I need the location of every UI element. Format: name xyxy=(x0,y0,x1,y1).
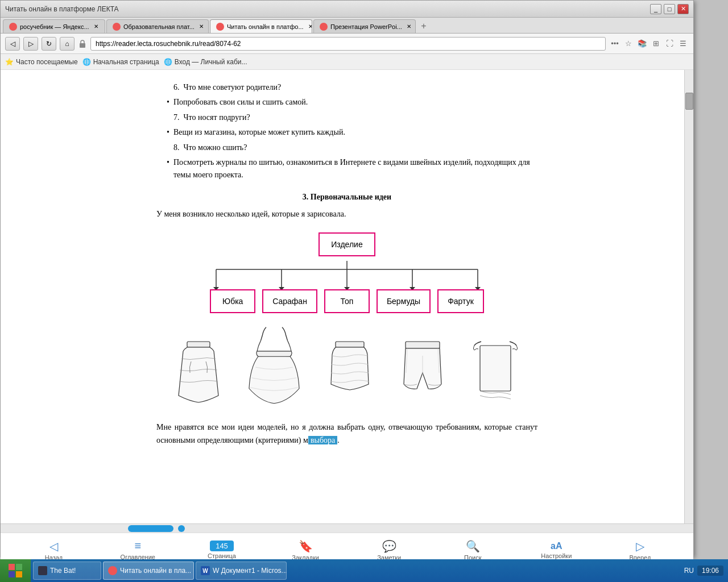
taskbar-word-label: W Документ1 - Micros... xyxy=(213,567,287,575)
notes-icon: 💬 xyxy=(382,539,396,553)
btn-forward[interactable]: ▷ Вперед xyxy=(623,539,657,561)
tab-3-close[interactable]: ✕ xyxy=(308,23,312,31)
tab-3-icon xyxy=(216,23,224,31)
list-num-7: 7. Что носят подруги? xyxy=(173,113,250,122)
section-intro: У меня возникло несколько идей, которые … xyxy=(156,208,537,221)
browser-titlebar: Читать онлайн в платформе ЛЕКТА _ □ ✕ xyxy=(1,1,693,18)
home-button[interactable]: ⌂ xyxy=(60,37,75,51)
btn-toc[interactable]: ≡ Оглавление xyxy=(121,539,155,560)
svg-rect-14 xyxy=(336,342,364,347)
screenshot-icon[interactable]: ⛶ xyxy=(664,38,675,49)
menu-icon[interactable]: ☰ xyxy=(677,38,689,49)
btn-settings-label: Настройки xyxy=(541,552,572,559)
bookmark-star-icon[interactable]: ☆ xyxy=(623,38,634,49)
diagram-child-4: Фартук xyxy=(437,289,484,313)
list-item-bullet-3: • Посмотреть журналы по шитью, ознакомит… xyxy=(156,156,537,182)
refresh-button[interactable]: ↻ xyxy=(42,37,56,51)
diagram-child-2: Топ xyxy=(324,289,370,313)
diagram-child-3-label: Бермуды xyxy=(387,297,420,306)
diagram-child-4-label: Фартук xyxy=(448,297,474,306)
diagram-child-2-label: Топ xyxy=(340,297,353,306)
btn-bookmarks[interactable]: 🔖 Закладки xyxy=(288,539,322,561)
btn-notes[interactable]: 💬 Заметки xyxy=(372,539,406,561)
hscroll-thumb[interactable] xyxy=(128,525,173,532)
diagram-child-1: Сарафан xyxy=(262,289,317,313)
svg-rect-17 xyxy=(480,346,511,391)
diagram-child-0: Юбка xyxy=(210,289,255,313)
maximize-button[interactable]: □ xyxy=(664,4,675,14)
tab-1[interactable]: росучебник — Яндекс... ✕ xyxy=(3,19,105,33)
tab-3[interactable]: Читать онлайн в платфо... ✕ xyxy=(210,19,312,33)
url-input[interactable] xyxy=(90,37,606,51)
horizontal-scrollbar[interactable] xyxy=(1,523,693,533)
diagram-root-box: Изделие xyxy=(318,232,375,256)
tab-4-icon xyxy=(320,23,328,31)
system-clock: 19:06 xyxy=(697,566,723,576)
taskbar-item-bat[interactable]: The Bat! xyxy=(33,562,101,580)
svg-rect-21 xyxy=(16,571,22,577)
taskbar-items: The Bat! Читать онлайн в пла... W W Доку… xyxy=(31,562,680,580)
btn-settings[interactable]: аА Настройки xyxy=(539,541,573,559)
diagram-children: Юбка Сарафан Топ Бермуды Фартук xyxy=(210,289,484,313)
hscroll-dot xyxy=(178,525,185,532)
tab-2-close[interactable]: ✕ xyxy=(199,23,204,31)
bookmark-home-icon: 🌐 xyxy=(82,58,91,66)
lang-indicator: RU xyxy=(684,567,694,575)
bottom-text: Мне нравятся все мои идеи моделей, но я … xyxy=(156,423,537,444)
taskbar-bat-label: The Bat! xyxy=(50,567,76,575)
list-bullet-1-text: Попробовать свои силы и сшить самой. xyxy=(173,98,308,106)
taskbar-right: RU 19:06 xyxy=(680,566,728,576)
taskbar-reader-label: Читать онлайн в пла... xyxy=(120,567,191,575)
clothing-sarafan xyxy=(243,325,305,410)
minimize-button[interactable]: _ xyxy=(650,4,661,14)
reader-icon xyxy=(108,566,117,575)
svg-rect-13 xyxy=(187,342,210,347)
btn-page[interactable]: 145 Страница xyxy=(205,541,239,559)
forward-button[interactable]: ▷ xyxy=(23,37,38,51)
svg-rect-18 xyxy=(9,564,15,570)
bookmark-home[interactable]: 🌐 Начальная страница xyxy=(82,58,159,66)
back-icon: ◁ xyxy=(49,539,58,553)
list-item-6: 6. Что мне советуют родители? xyxy=(156,81,537,94)
diagram-child-3: Бермуды xyxy=(377,289,431,313)
new-tab-button[interactable]: + xyxy=(417,19,431,33)
diagram: Изделие xyxy=(156,232,537,314)
list-item-bullet-2: • Вещи из магазина, которые может купить… xyxy=(156,126,537,139)
browser-tabs: росучебник — Яндекс... ✕ Образовательная… xyxy=(1,18,693,34)
page-content: 6. Что мне советуют родители? • Попробов… xyxy=(128,70,566,523)
svg-rect-19 xyxy=(16,564,22,570)
start-button[interactable] xyxy=(0,559,31,582)
scrollbar[interactable] xyxy=(684,70,693,523)
btn-back[interactable]: ◁ Назад xyxy=(37,539,71,561)
taskbar-item-word[interactable]: W W Документ1 - Micros... xyxy=(196,562,287,580)
clothing-bermuda xyxy=(394,336,451,410)
tab-2[interactable]: Образовательная плат... ✕ xyxy=(106,19,209,33)
toc-icon: ≡ xyxy=(134,539,141,552)
btn-page-label: Страница xyxy=(208,552,236,559)
settings-icon: аА xyxy=(551,541,562,551)
scrollbar-thumb[interactable] xyxy=(685,93,693,110)
window-controls: _ □ ✕ xyxy=(650,4,689,14)
bookmark-login[interactable]: 🌐 Вход — Личный каби... xyxy=(164,58,247,66)
library-icon[interactable]: 📚 xyxy=(636,38,648,49)
bookmark-login-label: Вход — Личный каби... xyxy=(175,58,247,66)
taskbar-item-reader[interactable]: Читать онлайн в пла... xyxy=(103,562,194,580)
address-bar: ◁ ▷ ↻ ⌂ ••• ☆ 📚 ⊞ ⛶ ☰ xyxy=(1,34,693,54)
section-title: 3. Первоначальные идеи xyxy=(156,191,537,203)
diagram-child-0-label: Юбка xyxy=(222,297,243,306)
bookmark-frequent[interactable]: ⭐ Часто посещаемые xyxy=(5,58,78,66)
btn-search[interactable]: 🔍 Поиск xyxy=(456,539,490,561)
back-button[interactable]: ◁ xyxy=(5,37,20,51)
list-bullet-2-text: Вещи из магазина, которые может купить к… xyxy=(173,128,345,136)
tab-4[interactable]: Презентация PowerPoi... ✕ xyxy=(313,19,416,33)
bookmark-home-label: Начальная страница xyxy=(93,58,159,66)
tab-1-close[interactable]: ✕ xyxy=(94,23,99,31)
tab-2-label: Образовательная плат... xyxy=(123,23,195,30)
tab-4-close[interactable]: ✕ xyxy=(407,23,411,31)
diagram-lines-svg xyxy=(182,261,512,289)
close-button[interactable]: ✕ xyxy=(677,4,689,14)
dots-menu-icon[interactable]: ••• xyxy=(609,38,621,49)
text-list: 6. Что мне советуют родители? • Попробов… xyxy=(156,81,537,182)
tab-view-icon[interactable]: ⊞ xyxy=(650,38,661,49)
search-icon: 🔍 xyxy=(466,539,480,553)
